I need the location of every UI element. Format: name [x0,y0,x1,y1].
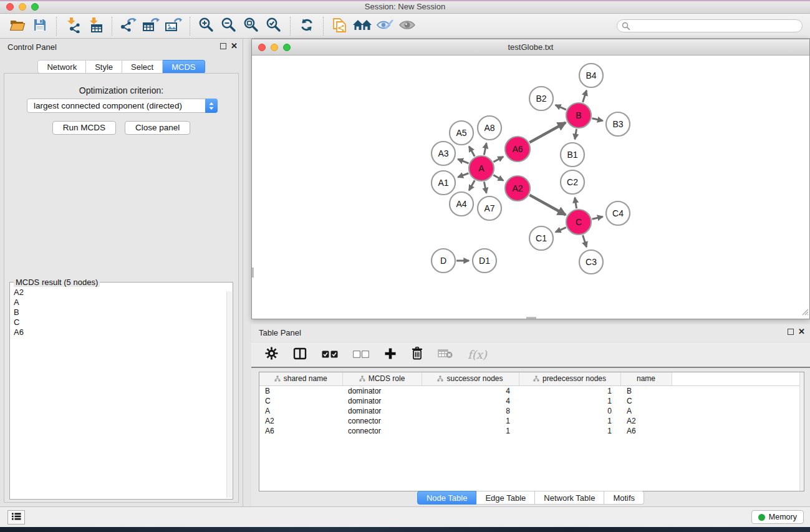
table-cell[interactable]: 1 [519,396,620,406]
zoom-selected-button[interactable] [263,16,285,36]
export-network-button[interactable] [117,16,140,36]
column-layout-button[interactable] [293,347,307,362]
table-cell[interactable]: 4 [422,385,519,396]
close-window-button[interactable] [6,3,14,11]
edge-C-C3[interactable] [583,235,587,247]
table-row[interactable]: Cdominator41C [259,396,804,406]
column-header-successor-nodes[interactable]: successor nodes [422,372,519,385]
table-row[interactable]: Adominator80A [259,406,804,416]
tab-style[interactable]: Style [86,60,122,74]
table-cell[interactable]: 8 [422,406,519,416]
column-header-mcds-role[interactable]: MCDS role [342,372,422,385]
memory-button[interactable]: Memory [751,510,804,524]
tab-edge-table[interactable]: Edge Table [476,491,535,505]
table-scrollbar[interactable] [799,372,804,491]
column-header-shared-name[interactable]: shared name [259,372,342,385]
mcds-result-scrollbar[interactable] [226,291,232,498]
edge-C-C4[interactable] [592,216,602,219]
tab-mcds[interactable]: MCDS [163,60,205,74]
edge-B-B3[interactable] [592,118,602,121]
tab-motifs[interactable]: Motifs [604,491,644,505]
mcds-result-item[interactable]: A2 [12,288,224,297]
table-cell[interactable]: 0 [519,406,620,416]
table-cell[interactable]: A6 [259,426,342,436]
edge-C-C1[interactable] [556,228,566,232]
zoom-in-button[interactable] [195,16,218,36]
edge-B-B1[interactable] [575,129,577,140]
table-cell[interactable]: connector [342,416,422,426]
tab-network[interactable]: Network [37,60,86,74]
table-cell[interactable]: connector [342,426,422,436]
edge-B-B4[interactable] [583,90,587,102]
tab-select[interactable]: Select [122,60,163,74]
network-canvas[interactable]: B4B2BB3A5A8A6B1A3AA1C2A2A4A7C4CC1C3DD1 [252,56,809,319]
minimize-window-button[interactable] [19,3,26,11]
column-header-predecessor-nodes[interactable]: predecessor nodes [519,372,620,385]
table-cell[interactable]: 1 [519,426,620,436]
tab-network-table[interactable]: Network Table [535,491,604,505]
edge-A-A8[interactable] [484,143,486,155]
edge-A2-C[interactable] [529,195,566,215]
zoom-network-window-button[interactable] [283,44,291,51]
close-table-panel-icon[interactable]: ✕ [798,327,805,336]
mcds-result-item[interactable]: C [12,317,224,327]
table-cell[interactable]: A2 [620,416,672,426]
show-details-button[interactable] [396,16,418,36]
save-session-button[interactable] [29,16,51,36]
edge-A-A2[interactable] [493,175,503,181]
table-cell[interactable]: C [259,396,342,406]
refresh-layout-button[interactable] [296,16,318,36]
import-network-button[interactable] [62,16,84,36]
optimization-criterion-dropdown[interactable]: largest connected component (directed) [27,99,218,113]
run-mcds-button[interactable]: Run MCDS [52,121,116,135]
network-window-titlebar[interactable]: testGlobe.txt [252,39,809,56]
add-column-button[interactable] [384,347,397,362]
mcds-result-item[interactable]: B [12,307,224,317]
resize-grip-icon[interactable] [800,307,809,318]
zoom-out-button[interactable] [218,16,240,36]
float-table-panel-icon[interactable] [788,329,794,335]
edge-C-C2[interactable] [575,198,577,209]
export-table-button[interactable] [140,16,162,36]
edge-A6-B[interactable] [529,123,566,143]
table-row[interactable]: A6connector11A6 [259,426,804,436]
table-cell[interactable]: A6 [620,426,672,436]
table-cell[interactable]: B [259,385,342,396]
float-panel-icon[interactable] [220,43,226,49]
table-cell[interactable]: 1 [519,385,620,396]
table-cell[interactable]: dominator [342,406,422,416]
close-panel-button[interactable]: Close panel [125,121,190,135]
table-row[interactable]: Bdominator41B [259,385,804,396]
edge-A-A7[interactable] [484,182,486,193]
table-cell[interactable]: B [620,385,672,396]
deselect-all-button[interactable] [353,349,369,360]
table-cell[interactable]: dominator [342,396,422,406]
table-cell[interactable]: 4 [422,396,519,406]
select-all-button[interactable] [322,349,338,360]
table-cell[interactable]: dominator [342,385,422,396]
table-row[interactable]: A2connector11A2 [259,416,804,426]
duplicate-network-button[interactable] [329,16,351,36]
close-network-window-button[interactable] [258,44,266,51]
edge-B-B2[interactable] [556,105,566,110]
delete-table-button[interactable] [438,348,453,361]
minimize-network-window-button[interactable] [271,44,278,51]
edge-A-A6[interactable] [493,157,503,162]
zoom-window-button[interactable] [31,3,39,11]
table-cell[interactable]: 1 [422,416,519,426]
hide-details-button[interactable] [374,16,396,36]
table-cell[interactable]: A [259,406,342,416]
table-cell[interactable]: A [620,406,672,416]
edge-A-A5[interactable] [469,147,475,157]
table-cell[interactable]: A2 [259,416,342,426]
table-cell[interactable]: 1 [519,416,620,426]
edge-A-A1[interactable] [458,173,468,177]
edge-A-A4[interactable] [469,180,475,190]
mcds-result-item[interactable]: A6 [12,327,224,337]
import-table-button[interactable] [84,16,107,36]
open-file-button[interactable] [6,16,29,36]
search-input[interactable] [617,19,803,32]
tab-node-table[interactable]: Node Table [417,491,477,505]
zoom-fit-button[interactable] [240,16,263,36]
table-cell[interactable]: C [620,396,672,406]
